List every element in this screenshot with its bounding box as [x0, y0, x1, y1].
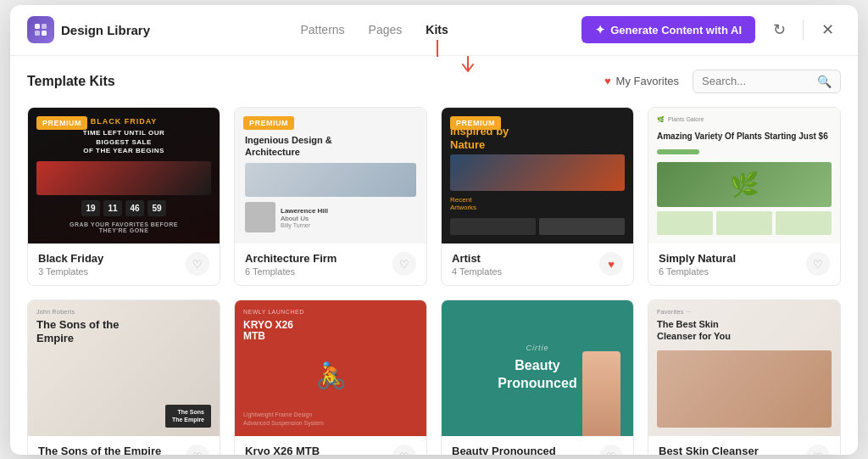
svg-rect-1 [42, 24, 47, 29]
card-count: 4 Templates [452, 266, 502, 277]
countdown-hours: 19 [81, 200, 100, 216]
card-info-beauty: Beauty Pronounced 5 Templates [452, 445, 556, 455]
natural-mini-2 [716, 211, 772, 235]
heart-icon: ♥ [604, 75, 611, 87]
search-input[interactable] [702, 75, 812, 87]
card-info-artist: Artist 4 Templates [452, 252, 502, 277]
refresh-button[interactable]: ↻ [765, 16, 793, 43]
generate-ai-button[interactable]: ✦ Generate Content with AI [581, 16, 755, 43]
card-simply-natural[interactable]: 🌿Plants Galore Amazing Variety Of Plants… [648, 107, 841, 286]
arch-person: Lawerence Hill About Us Billy Turner [245, 202, 416, 232]
person-photo [245, 202, 275, 232]
close-button[interactable]: ✕ [814, 16, 841, 43]
kits-arrow-indicator [461, 56, 475, 73]
favorite-button-architecture[interactable]: ♡ [392, 252, 416, 276]
card-footer-architecture: Architecture Firm 6 Templates ♡ [235, 243, 426, 285]
natural-mini-3 [776, 211, 832, 235]
modal-header: Design Library Patterns Pages Kits ✦ Gen… [10, 5, 858, 56]
card-info-natural: Simply Natural 6 Templates [659, 252, 736, 277]
card-thumb-black-friday: PREMIUM BLACK FRIDAY TIME LEFT UNTIL OUR… [28, 108, 220, 243]
card-sons-empire[interactable]: John Roberts The Sons of theEmpire The S… [27, 299, 220, 455]
arch-image [245, 163, 416, 197]
premium-badge: PREMIUM [450, 116, 501, 130]
card-footer-black-friday: Black Friday 3 Templates ♡ [28, 243, 220, 285]
card-thumb-beauty: Cirtie BeautyPronounced [442, 300, 633, 436]
tab-kits[interactable]: Kits [426, 20, 448, 40]
main-content: Template Kits ♥ My Favorites 🔍 PREMIUM B… [10, 56, 858, 455]
logo-icon [27, 16, 54, 43]
card-architecture-firm[interactable]: PREMIUM Ingenious Design &Architecture L… [234, 107, 427, 286]
search-box: 🔍 [693, 70, 841, 93]
header-actions: ✦ Generate Content with AI ↻ ✕ [581, 16, 841, 43]
card-name: The Sons of the Empire [38, 445, 161, 455]
tab-pages[interactable]: Pages [369, 20, 403, 40]
card-info-sons: The Sons of the Empire 5 Templates [38, 445, 161, 455]
kryo-title: KRYO X26MTB [243, 320, 418, 342]
card-footer-sons: The Sons of the Empire 5 Templates ♡ [28, 436, 220, 455]
card-thumb-natural: 🌿Plants Galore Amazing Variety Of Plants… [648, 108, 840, 243]
artist-image [450, 154, 625, 190]
card-footer-artist: Artist 4 Templates ♥ [442, 243, 633, 285]
svg-rect-2 [35, 31, 40, 36]
card-info-skin: Best Skin Cleanser 4 Templates [659, 445, 759, 455]
favorite-button-sons[interactable]: ♡ [186, 445, 209, 455]
countdown-ms: 59 [147, 200, 166, 216]
card-beauty-pronounced[interactable]: Cirtie BeautyPronounced Beauty Pronounce… [441, 299, 634, 455]
person-name: About Us [281, 215, 328, 222]
card-black-friday[interactable]: PREMIUM BLACK FRIDAY TIME LEFT UNTIL OUR… [27, 107, 220, 286]
favorite-button-natural[interactable]: ♡ [806, 252, 830, 276]
logo-text: Design Library [61, 23, 150, 37]
section-title: Template Kits [27, 74, 115, 89]
favorite-button-beauty[interactable]: ♡ [599, 445, 623, 455]
card-thumb-artist: PREMIUM Inspired byNature RecentArtworks [442, 108, 633, 243]
card-name: Artist [452, 252, 502, 265]
sparkle-icon: ✦ [595, 23, 605, 36]
skin-person-image [657, 350, 832, 427]
card-footer-natural: Simply Natural 6 Templates ♡ [648, 243, 840, 285]
arch-title: Ingenious Design &Architecture [245, 134, 416, 159]
artist-label: RecentArtworks [450, 196, 625, 211]
card-thumb-kryo: NEWLY LAUNCHED KRYO X26MTB 🚴 Lightweight… [235, 300, 426, 436]
card-skin-cleanser[interactable]: Favorites ··· The Best SkinCleanser for … [648, 299, 841, 455]
my-favorites-button[interactable]: ♥ My Favorites [604, 75, 679, 87]
content-header: Template Kits ♥ My Favorites 🔍 [27, 70, 841, 93]
favorite-button-skin[interactable]: ♡ [806, 445, 830, 455]
tab-patterns[interactable]: Patterns [300, 20, 344, 40]
card-count: 6 Templates [659, 266, 736, 277]
card-footer-kryo: Kryo X26 MTB 4 Templates ♡ [235, 436, 426, 455]
card-name: Best Skin Cleanser [659, 445, 759, 455]
countdown-mins: 11 [103, 200, 122, 216]
header-divider [803, 20, 804, 40]
card-footer-skin: Best Skin Cleanser 4 Templates ♡ [648, 436, 840, 455]
card-count: 3 Templates [38, 266, 103, 277]
favorite-button-artist[interactable]: ♥ [599, 252, 623, 276]
card-name: Simply Natural [659, 252, 736, 265]
premium-badge: PREMIUM [243, 116, 294, 130]
card-thumb-architecture: PREMIUM Ingenious Design &Architecture L… [235, 108, 426, 243]
card-name: Kryo X26 MTB [245, 445, 320, 455]
logo-area: Design Library [27, 16, 150, 43]
card-kryo-mtb[interactable]: NEWLY LAUNCHED KRYO X26MTB 🚴 Lightweight… [234, 299, 427, 455]
card-info-kryo: Kryo X26 MTB 4 Templates [245, 445, 320, 455]
favorite-button-kryo[interactable]: ♡ [392, 445, 416, 455]
search-icon: 🔍 [817, 75, 832, 88]
countdown-secs: 46 [125, 200, 144, 216]
ai-button-label: Generate Content with AI [610, 24, 742, 36]
premium-badge: PREMIUM [36, 116, 87, 130]
card-info-black-friday: Black Friday 3 Templates [38, 252, 103, 277]
natural-mini-1 [657, 211, 713, 235]
favorites-label: My Favorites [616, 75, 679, 87]
design-library-modal: Design Library Patterns Pages Kits ✦ Gen… [10, 5, 858, 455]
favorite-button-black-friday[interactable]: ♡ [186, 252, 209, 276]
right-controls: ♥ My Favorites 🔍 [604, 70, 841, 93]
natural-plant-image [657, 162, 832, 207]
card-info-architecture: Architecture Firm 6 Templates [245, 252, 337, 277]
card-name: Black Friday [38, 252, 103, 265]
countdown: 19 11 46 59 [81, 200, 166, 216]
card-thumb-skin: Favorites ··· The Best SkinCleanser for … [648, 300, 840, 436]
svg-rect-3 [42, 31, 47, 36]
nav-tabs: Patterns Pages Kits [181, 20, 568, 40]
template-grid: PREMIUM BLACK FRIDAY TIME LEFT UNTIL OUR… [27, 107, 841, 455]
card-artist[interactable]: PREMIUM Inspired byNature RecentArtworks… [441, 107, 634, 286]
card-thumb-sons: John Roberts The Sons of theEmpire The S… [28, 300, 220, 436]
